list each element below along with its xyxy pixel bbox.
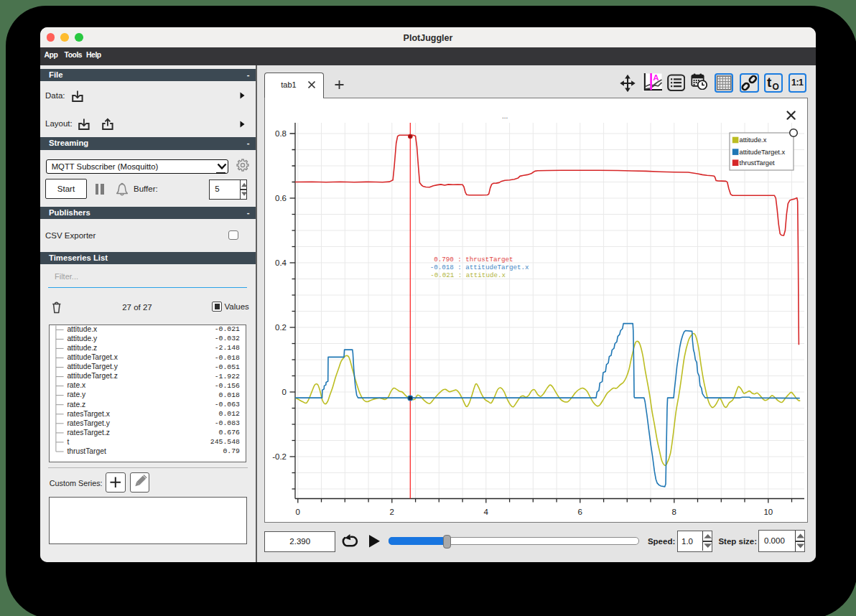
svg-text:-0.2: -0.2 (272, 452, 287, 461)
svg-text:thrustTarget: thrustTarget (740, 159, 776, 167)
svg-text:...: ... (502, 112, 508, 120)
svg-text:0.8: 0.8 (275, 129, 287, 138)
svg-text:0.4: 0.4 (275, 258, 287, 267)
svg-text:0.790 : thrustTarget: 0.790 : thrustTarget (434, 256, 513, 263)
svg-text:8: 8 (672, 508, 676, 516)
svg-text:0: 0 (282, 388, 287, 396)
svg-text:6: 6 (578, 508, 582, 516)
svg-text:0.2: 0.2 (275, 323, 287, 332)
svg-text:A: A (653, 73, 659, 82)
svg-text:-0.021 : attitude.x: -0.021 : attitude.x (430, 271, 506, 279)
svg-text:t: t (767, 75, 772, 90)
svg-text:O: O (772, 82, 778, 92)
svg-text:4: 4 (484, 508, 489, 516)
svg-text:2: 2 (390, 508, 394, 516)
svg-text:-0.018 : attitudeTarget.x: -0.018 : attitudeTarget.x (430, 263, 529, 271)
svg-text:0.6: 0.6 (275, 194, 287, 202)
svg-text:0: 0 (296, 508, 300, 516)
svg-text:attitude.x: attitude.x (740, 136, 767, 144)
svg-text:10: 10 (763, 508, 773, 516)
svg-text:attitudeTarget.x: attitudeTarget.x (740, 149, 786, 156)
